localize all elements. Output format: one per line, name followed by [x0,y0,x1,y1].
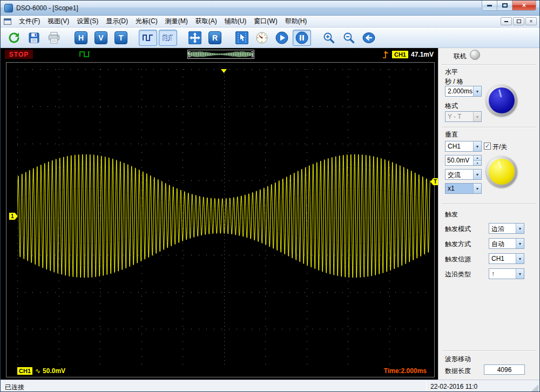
record-button[interactable]: R [206,30,224,46]
zoom-in-button[interactable] [320,30,338,46]
zoom-out-button[interactable] [340,30,358,46]
toolbar-separator [313,31,318,45]
minimize-button[interactable] [482,1,497,11]
chevron-down-icon[interactable]: ▼ [473,170,481,179]
menu-window[interactable]: 窗口(W) [250,15,281,28]
coupling-select[interactable]: 交流 ▼ [445,169,482,180]
probe-value: x1 [446,184,473,193]
chevron-down-icon[interactable]: ▼ [516,269,524,279]
trigger-readout: CH1 47.1mV [382,48,434,61]
preview-bracket-left[interactable] [188,51,191,57]
title-bar[interactable]: DSO-6000 - [Scope1] × [1,1,539,16]
connect-button[interactable] [5,30,23,46]
record-icon: R [208,31,221,44]
cursor-measure-button[interactable] [233,30,251,46]
mdi-minimize-button[interactable] [501,17,512,25]
volts-per-div-value: 50.0mV [446,156,473,165]
chevron-down-icon[interactable]: ▼ [516,239,524,248]
trigger-source-select[interactable]: CH1 ▼ [489,253,524,264]
data-length-input[interactable]: 4096 [484,364,525,375]
vertical-system-button[interactable]: V [92,30,110,46]
format-select[interactable]: Y - T ▼ [445,111,482,122]
menu-cursor[interactable]: 光标(C) [132,15,161,28]
volts-per-div-spinner[interactable]: 50.0mV ▲ ▼ [445,155,482,166]
save-button[interactable] [25,30,43,46]
scope-region: STOP CH1 47.1mV [1,48,438,380]
ch1-marker-label: 1 [11,213,14,219]
maximize-button[interactable] [497,1,512,11]
auto-range-button[interactable] [253,30,271,46]
spinner-buttons: ▲ ▼ [473,156,481,165]
menu-display[interactable]: 显示(D) [102,15,132,28]
pan-button[interactable] [186,30,204,46]
acquire-mode-button[interactable] [139,30,157,46]
chevron-down-icon[interactable]: ▼ [473,86,481,96]
channel-select[interactable]: CH1 ▼ [445,141,482,152]
vertical-position-knob[interactable] [486,156,517,187]
save-icon [28,32,40,44]
resize-grip[interactable] [531,384,538,391]
separator [442,127,536,128]
scope-readouts: CH1 ∿ 50.0mV Time:2.000ms [17,367,427,375]
zoom-in-icon [322,31,335,44]
mdi-restore-button[interactable] [513,17,524,25]
status-bar: 已连接 22-02-2016 11:0 [1,380,539,392]
waveform-preview[interactable] [187,50,254,59]
preview-bracket-right[interactable] [251,51,253,57]
vertical-section-title: 垂直 [445,130,458,139]
chevron-down-icon[interactable]: ▼ [516,224,524,233]
trigger-sweep-value: 自动 [489,239,516,248]
trigger-sweep-select[interactable]: 自动 ▼ [489,238,524,249]
horizontal-position-knob[interactable] [486,85,517,116]
trigger-section-title: 触发 [445,210,458,219]
zoom-previous-button[interactable] [360,30,378,46]
waveform-display[interactable] [17,69,430,366]
channel-on-off-label: 开/关 [492,143,507,152]
waveform-move-label: 波形移动 [445,355,471,364]
mdi-close-button[interactable]: × [525,17,537,25]
interpolation-button[interactable] [159,30,177,46]
chevron-down-icon: ▼ [473,112,481,121]
trigger-level-marker[interactable]: T [430,178,438,185]
print-button[interactable] [45,30,63,46]
format-label: 格式 [445,102,458,111]
channel-on-off-checkbox[interactable]: ✓ [484,143,491,150]
online-indicator[interactable] [470,50,480,60]
pause-button[interactable] [293,30,311,46]
format-value: Y - T [446,112,473,121]
menu-acquire[interactable]: 获取(A) [192,15,221,28]
menu-utility[interactable]: 辅助(U) [221,15,251,28]
trigger-system-button[interactable]: T [112,30,130,46]
chevron-down-icon[interactable]: ▼ [516,254,524,263]
menu-measure[interactable]: 测量(M) [161,15,192,28]
run-button[interactable] [273,30,291,46]
edge-type-select[interactable]: ↑ ▼ [489,268,524,279]
ch1-position-marker[interactable]: 1 [9,213,18,220]
chevron-down-icon[interactable]: ▼ [473,184,481,193]
toolbar-separator [179,31,184,45]
zoom-previous-icon [362,31,376,44]
time-readout: Time:2.000ms [384,367,427,375]
menu-view[interactable]: 视图(V) [44,15,73,28]
separator [442,350,536,352]
menu-help[interactable]: 帮助(H) [281,15,311,28]
knob-cap [489,159,515,185]
menu-bar: 文件(F) 视图(V) 设置(S) 显示(D) 光标(C) 测量(M) 获取(A… [1,16,539,28]
pan-icon [188,31,201,44]
spin-down-icon[interactable]: ▼ [474,161,481,166]
menu-settings[interactable]: 设置(S) [73,15,102,28]
trigger-mode-select[interactable]: 边沿 ▼ [489,223,524,234]
horizontal-system-button[interactable]: H [72,30,90,46]
trigger-mode-label: 触发模式 [445,225,471,234]
channel-badge: CH1 [17,367,32,375]
online-label: 联机 [454,52,467,61]
probe-select[interactable]: x1 ▼ [445,183,482,194]
close-button[interactable]: × [512,1,536,11]
spin-up-icon[interactable]: ▲ [474,156,481,161]
chevron-down-icon[interactable]: ▼ [473,141,481,151]
trigger-mode-value: 边沿 [489,224,516,233]
sec-per-div-select[interactable]: 2.000ms ▼ [445,86,482,97]
datetime-readout: 22-02-2016 11:0 [430,383,477,390]
document-window-icon[interactable] [4,18,11,25]
menu-file[interactable]: 文件(F) [15,15,44,28]
